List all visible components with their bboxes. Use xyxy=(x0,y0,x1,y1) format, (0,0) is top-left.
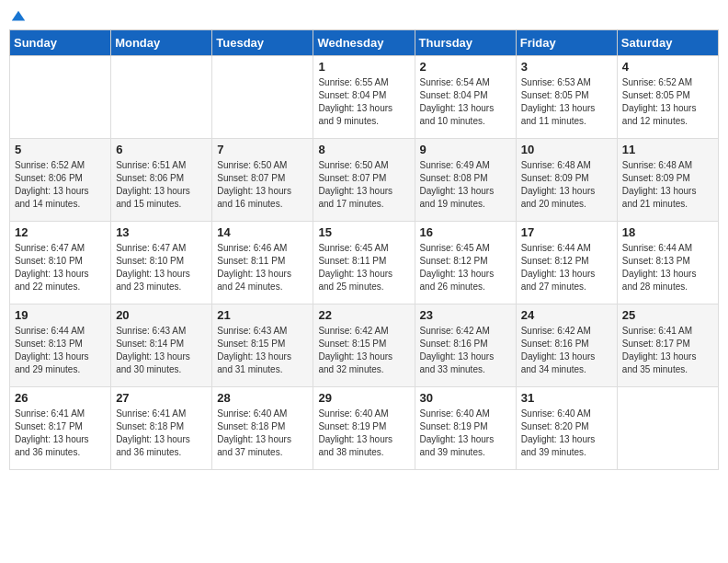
day-info: Sunrise: 6:45 AM Sunset: 8:12 PM Dayligh… xyxy=(420,242,511,293)
day-number: 18 xyxy=(622,225,713,239)
day-number: 25 xyxy=(622,308,713,322)
header-day-sunday: Sunday xyxy=(10,30,111,56)
day-info: Sunrise: 6:43 AM Sunset: 8:15 PM Dayligh… xyxy=(217,325,308,376)
day-info: Sunrise: 6:48 AM Sunset: 8:09 PM Dayligh… xyxy=(521,159,612,211)
day-number: 13 xyxy=(116,225,207,239)
calendar-cell: 18Sunrise: 6:44 AM Sunset: 8:13 PM Dayli… xyxy=(617,222,718,304)
calendar-cell: 17Sunrise: 6:44 AM Sunset: 8:12 PM Dayli… xyxy=(516,222,617,304)
day-number: 22 xyxy=(318,308,409,322)
day-info: Sunrise: 6:41 AM Sunset: 8:17 PM Dayligh… xyxy=(622,325,713,376)
day-info: Sunrise: 6:41 AM Sunset: 8:18 PM Dayligh… xyxy=(116,408,207,459)
day-number: 29 xyxy=(318,391,409,405)
calendar-week-row: 26Sunrise: 6:41 AM Sunset: 8:17 PM Dayli… xyxy=(10,387,719,470)
day-number: 20 xyxy=(116,308,207,322)
day-info: Sunrise: 6:45 AM Sunset: 8:11 PM Dayligh… xyxy=(318,242,409,293)
day-number: 3 xyxy=(521,60,612,74)
day-number: 9 xyxy=(420,143,511,156)
calendar-cell: 29Sunrise: 6:40 AM Sunset: 8:19 PM Dayli… xyxy=(313,387,415,470)
calendar-cell: 28Sunrise: 6:40 AM Sunset: 8:18 PM Dayli… xyxy=(212,387,313,470)
day-info: Sunrise: 6:42 AM Sunset: 8:15 PM Dayligh… xyxy=(318,325,409,376)
day-info: Sunrise: 6:40 AM Sunset: 8:19 PM Dayligh… xyxy=(420,408,511,459)
header-day-thursday: Thursday xyxy=(415,30,516,56)
day-number: 31 xyxy=(521,391,612,405)
day-number: 19 xyxy=(15,308,106,322)
calendar-cell: 27Sunrise: 6:41 AM Sunset: 8:18 PM Dayli… xyxy=(111,387,212,470)
day-info: Sunrise: 6:43 AM Sunset: 8:14 PM Dayligh… xyxy=(116,325,207,376)
header-day-friday: Friday xyxy=(516,30,617,56)
day-number: 30 xyxy=(420,391,511,405)
calendar-week-row: 12Sunrise: 6:47 AM Sunset: 8:10 PM Dayli… xyxy=(10,222,719,304)
day-number: 6 xyxy=(116,143,207,156)
calendar-cell: 14Sunrise: 6:46 AM Sunset: 8:11 PM Dayli… xyxy=(212,222,313,304)
day-info: Sunrise: 6:49 AM Sunset: 8:08 PM Dayligh… xyxy=(420,159,511,211)
page-header xyxy=(9,9,719,22)
calendar-table: SundayMondayTuesdayWednesdayThursdayFrid… xyxy=(9,29,719,470)
header-day-saturday: Saturday xyxy=(617,30,718,56)
calendar-week-row: 5Sunrise: 6:52 AM Sunset: 8:06 PM Daylig… xyxy=(10,139,719,222)
day-number: 27 xyxy=(116,391,207,405)
day-info: Sunrise: 6:50 AM Sunset: 8:07 PM Dayligh… xyxy=(217,159,308,211)
calendar-cell: 24Sunrise: 6:42 AM Sunset: 8:16 PM Dayli… xyxy=(516,304,617,387)
calendar-cell: 21Sunrise: 6:43 AM Sunset: 8:15 PM Dayli… xyxy=(212,304,313,387)
calendar-cell: 31Sunrise: 6:40 AM Sunset: 8:20 PM Dayli… xyxy=(516,387,617,470)
calendar-cell: 23Sunrise: 6:42 AM Sunset: 8:16 PM Dayli… xyxy=(415,304,516,387)
calendar-cell xyxy=(617,387,718,470)
calendar-cell: 20Sunrise: 6:43 AM Sunset: 8:14 PM Dayli… xyxy=(111,304,212,387)
day-info: Sunrise: 6:54 AM Sunset: 8:04 PM Dayligh… xyxy=(420,76,511,128)
logo xyxy=(9,9,28,22)
day-info: Sunrise: 6:42 AM Sunset: 8:16 PM Dayligh… xyxy=(420,325,511,376)
calendar-cell: 10Sunrise: 6:48 AM Sunset: 8:09 PM Dayli… xyxy=(516,139,617,222)
day-number: 14 xyxy=(217,225,308,239)
day-info: Sunrise: 6:53 AM Sunset: 8:05 PM Dayligh… xyxy=(521,76,612,128)
calendar-cell xyxy=(10,56,111,139)
calendar-cell: 16Sunrise: 6:45 AM Sunset: 8:12 PM Dayli… xyxy=(415,222,516,304)
day-number: 24 xyxy=(521,308,612,322)
calendar-cell xyxy=(212,56,313,139)
header-day-tuesday: Tuesday xyxy=(212,30,313,56)
day-number: 10 xyxy=(521,143,612,156)
day-number: 11 xyxy=(622,143,713,156)
day-number: 17 xyxy=(521,225,612,239)
day-number: 1 xyxy=(318,60,409,74)
day-info: Sunrise: 6:40 AM Sunset: 8:18 PM Dayligh… xyxy=(217,408,308,459)
day-number: 16 xyxy=(420,225,511,239)
calendar-cell: 30Sunrise: 6:40 AM Sunset: 8:19 PM Dayli… xyxy=(415,387,516,470)
calendar-cell: 1Sunrise: 6:55 AM Sunset: 8:04 PM Daylig… xyxy=(313,56,415,139)
day-info: Sunrise: 6:50 AM Sunset: 8:07 PM Dayligh… xyxy=(318,159,409,211)
calendar-cell: 13Sunrise: 6:47 AM Sunset: 8:10 PM Dayli… xyxy=(111,222,212,304)
calendar-cell: 8Sunrise: 6:50 AM Sunset: 8:07 PM Daylig… xyxy=(313,139,415,222)
day-number: 8 xyxy=(318,143,409,156)
calendar-cell: 12Sunrise: 6:47 AM Sunset: 8:10 PM Dayli… xyxy=(10,222,111,304)
day-info: Sunrise: 6:40 AM Sunset: 8:20 PM Dayligh… xyxy=(521,408,612,459)
day-number: 12 xyxy=(15,225,106,239)
calendar-cell: 6Sunrise: 6:51 AM Sunset: 8:06 PM Daylig… xyxy=(111,139,212,222)
day-number: 26 xyxy=(15,391,106,405)
day-info: Sunrise: 6:46 AM Sunset: 8:11 PM Dayligh… xyxy=(217,242,308,293)
calendar-cell: 19Sunrise: 6:44 AM Sunset: 8:13 PM Dayli… xyxy=(10,304,111,387)
day-info: Sunrise: 6:44 AM Sunset: 8:13 PM Dayligh… xyxy=(622,242,713,293)
calendar-cell: 7Sunrise: 6:50 AM Sunset: 8:07 PM Daylig… xyxy=(212,139,313,222)
day-info: Sunrise: 6:52 AM Sunset: 8:05 PM Dayligh… xyxy=(622,76,713,128)
calendar-cell: 4Sunrise: 6:52 AM Sunset: 8:05 PM Daylig… xyxy=(617,56,718,139)
day-info: Sunrise: 6:44 AM Sunset: 8:13 PM Dayligh… xyxy=(15,325,106,376)
calendar-header-row: SundayMondayTuesdayWednesdayThursdayFrid… xyxy=(10,30,719,56)
svg-marker-0 xyxy=(12,11,25,21)
calendar-cell: 15Sunrise: 6:45 AM Sunset: 8:11 PM Dayli… xyxy=(313,222,415,304)
day-number: 4 xyxy=(622,60,713,74)
calendar-cell: 5Sunrise: 6:52 AM Sunset: 8:06 PM Daylig… xyxy=(10,139,111,222)
calendar-cell: 25Sunrise: 6:41 AM Sunset: 8:17 PM Dayli… xyxy=(617,304,718,387)
logo-icon xyxy=(10,9,27,26)
header-day-monday: Monday xyxy=(111,30,212,56)
day-number: 5 xyxy=(15,143,106,156)
calendar-cell: 11Sunrise: 6:48 AM Sunset: 8:09 PM Dayli… xyxy=(617,139,718,222)
day-info: Sunrise: 6:44 AM Sunset: 8:12 PM Dayligh… xyxy=(521,242,612,293)
header-day-wednesday: Wednesday xyxy=(313,30,415,56)
day-info: Sunrise: 6:47 AM Sunset: 8:10 PM Dayligh… xyxy=(15,242,106,293)
calendar-cell xyxy=(111,56,212,139)
day-number: 2 xyxy=(420,60,511,74)
day-number: 28 xyxy=(217,391,308,405)
calendar-week-row: 19Sunrise: 6:44 AM Sunset: 8:13 PM Dayli… xyxy=(10,304,719,387)
day-info: Sunrise: 6:51 AM Sunset: 8:06 PM Dayligh… xyxy=(116,159,207,211)
calendar-week-row: 1Sunrise: 6:55 AM Sunset: 8:04 PM Daylig… xyxy=(10,56,719,139)
day-number: 7 xyxy=(217,143,308,156)
